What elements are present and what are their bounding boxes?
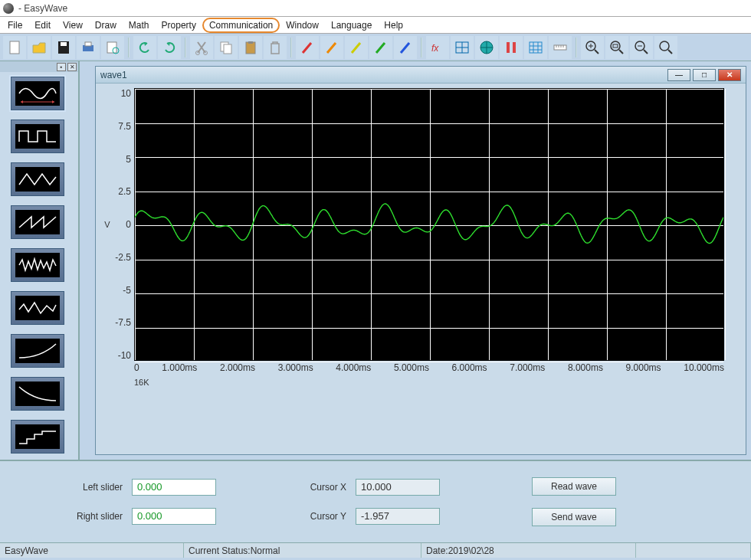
waveform-noise-button[interactable]: [11, 248, 64, 282]
waveform-trace: [135, 89, 723, 360]
status-text: Current Status:Normal: [184, 543, 421, 558]
statusbar: EasyWave Current Status:Normal Date:2019…: [0, 542, 751, 558]
svg-rect-2: [61, 42, 67, 46]
status-appname: EasyWave: [0, 543, 184, 558]
save-icon[interactable]: [52, 36, 75, 59]
svg-rect-11: [246, 42, 255, 54]
ruler-icon[interactable]: [549, 36, 572, 59]
plot-canvas[interactable]: [134, 88, 724, 361]
app-title: - EasyWave: [18, 3, 67, 14]
chart-area: wave1 — □ ✕ V 107.552.50-2.5-5-7.5-10 01…: [80, 61, 751, 460]
chart-window: wave1 — □ ✕ V 107.552.50-2.5-5-7.5-10 01…: [95, 66, 746, 455]
menu-draw[interactable]: Draw: [89, 18, 123, 32]
pen-orange-icon[interactable]: [320, 36, 343, 59]
main-area: ▪ ✕ wave1 — □ ✕ V 107.552.50-2.5-5-7.5-1…: [0, 61, 751, 460]
fx-icon[interactable]: fx: [426, 36, 449, 59]
svg-rect-17: [513, 42, 516, 53]
print-preview-icon[interactable]: [101, 36, 124, 59]
undo-icon[interactable]: [133, 36, 156, 59]
send-wave-button[interactable]: Send wave: [532, 508, 616, 526]
menu-view[interactable]: View: [57, 18, 89, 32]
right-slider-input[interactable]: 0.000: [132, 508, 216, 525]
x-tick-labels: 01.000ms2.000ms3.000ms4.000ms5.000ms6.00…: [134, 361, 724, 373]
app-icon: [3, 3, 14, 14]
grid2-icon[interactable]: [524, 36, 547, 59]
left-slider-label: Left slider: [61, 482, 123, 493]
svg-rect-19: [554, 45, 566, 50]
columns-icon[interactable]: [500, 36, 523, 59]
sidebar-menu-icon[interactable]: ▪: [57, 63, 66, 71]
svg-rect-22: [613, 44, 618, 47]
menu-help[interactable]: Help: [378, 18, 409, 32]
menu-window[interactable]: Window: [280, 18, 325, 32]
toolbar: fx: [0, 34, 751, 61]
zoom-tool-icon[interactable]: [654, 36, 677, 59]
chart-body: V 107.552.50-2.5-5-7.5-10 01.000ms2.000m…: [96, 84, 746, 391]
open-icon[interactable]: [28, 36, 51, 59]
print-icon[interactable]: [77, 36, 100, 59]
cursor-x-label: Cursor X: [300, 482, 346, 493]
new-icon[interactable]: [3, 36, 26, 59]
sidebar-close-icon[interactable]: ✕: [67, 63, 77, 71]
pen-red-icon[interactable]: [296, 36, 319, 59]
right-slider-label: Right slider: [61, 511, 123, 522]
pen-blue-icon[interactable]: [394, 36, 417, 59]
status-spacer: [636, 543, 751, 558]
sidebar: ▪ ✕: [0, 61, 80, 460]
bottom-panel: Left slider 0.000 Right slider 0.000 Cur…: [0, 460, 751, 542]
cursor-y-label: Cursor Y: [300, 511, 346, 522]
svg-rect-18: [530, 42, 542, 53]
minimize-button[interactable]: —: [667, 69, 690, 81]
waveform-square-button[interactable]: [11, 120, 64, 153]
waveform-triangle-button[interactable]: [11, 162, 64, 196]
read-wave-button[interactable]: Read wave: [532, 477, 616, 496]
sidebar-header: ▪ ✕: [0, 61, 78, 72]
left-slider-input[interactable]: 0.000: [132, 479, 216, 496]
menu-language[interactable]: Language: [325, 18, 378, 32]
globe-icon[interactable]: [475, 36, 498, 59]
waveform-stair-button[interactable]: [11, 420, 64, 454]
svg-rect-16: [507, 42, 510, 53]
paste-icon[interactable]: [239, 36, 262, 59]
svg-point-21: [611, 41, 620, 51]
svg-rect-12: [248, 41, 253, 44]
waveform-ramp-button[interactable]: [11, 205, 64, 239]
svg-rect-0: [10, 41, 19, 54]
zoom-in-icon[interactable]: [581, 36, 604, 59]
samples-label: 16K: [134, 378, 736, 387]
window-titlebar: - EasyWave: [0, 0, 751, 17]
pen-yellow-icon[interactable]: [345, 36, 368, 59]
sidebar-items: [0, 72, 78, 460]
menu-property[interactable]: Property: [156, 18, 202, 32]
waveform-exp-rise-button[interactable]: [11, 334, 64, 368]
svg-text:fx: fx: [431, 43, 439, 54]
delete-icon[interactable]: [264, 36, 287, 59]
cut-icon[interactable]: [190, 36, 213, 59]
chart-title: wave1: [100, 70, 127, 80]
pen-green-icon[interactable]: [369, 36, 392, 59]
cursor-x-value: 10.000: [356, 479, 440, 496]
y-axis-label: V: [102, 88, 113, 361]
cursor-y-value: -1.957: [356, 508, 440, 525]
waveform-exp-fall-button[interactable]: [11, 377, 64, 411]
copy-icon[interactable]: [215, 36, 238, 59]
waveform-arb-button[interactable]: [11, 291, 64, 325]
menu-edit[interactable]: Edit: [28, 18, 57, 32]
menu-file[interactable]: File: [2, 18, 28, 32]
status-date: Date:2019\02\28: [421, 543, 636, 558]
grid-icon[interactable]: [451, 36, 474, 59]
menubar: FileEditViewDrawMathPropertyCommunicatio…: [0, 17, 751, 34]
maximize-button[interactable]: □: [693, 69, 716, 81]
chart-titlebar[interactable]: wave1 — □ ✕: [96, 67, 746, 84]
waveform-sine-button[interactable]: [11, 77, 64, 110]
menu-math[interactable]: Math: [123, 18, 156, 32]
svg-rect-4: [85, 42, 91, 46]
close-button[interactable]: ✕: [718, 69, 741, 81]
menu-communication[interactable]: Communication: [202, 18, 280, 33]
svg-point-24: [660, 41, 669, 51]
zoom-out-icon[interactable]: [630, 36, 653, 59]
zoom-fit-icon[interactable]: [605, 36, 628, 59]
y-tick-labels: 107.552.50-2.5-5-7.5-10: [113, 88, 134, 361]
redo-icon[interactable]: [158, 36, 181, 59]
svg-rect-10: [224, 44, 231, 54]
